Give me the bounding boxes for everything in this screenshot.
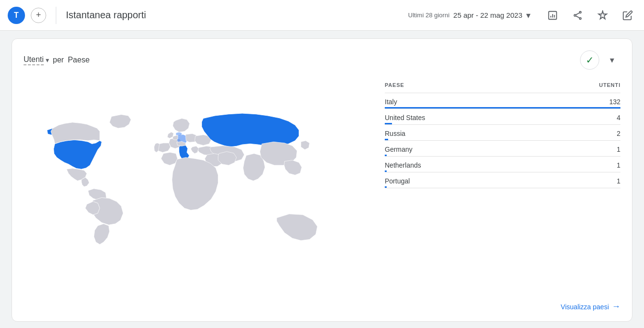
date-range-section: Ultimi 28 giorni 25 apr - 22 mag 2023 ▾	[408, 10, 530, 21]
table-row: Netherlands 1	[385, 157, 620, 172]
country-value: 1	[617, 177, 620, 185]
col-users: UTENTI	[599, 82, 620, 88]
table-row: United States 4	[385, 109, 620, 125]
check-button[interactable]: ✓	[580, 50, 599, 70]
check-icon: ✓	[586, 54, 594, 66]
svg-point-1	[580, 11, 581, 13]
country-value: 2	[617, 130, 620, 137]
country-value: 1	[617, 146, 620, 153]
bar-fill	[385, 186, 387, 188]
country-label: Russia	[385, 130, 617, 137]
main-content: Utenti ▾ per Paese ✓ ▾	[0, 31, 644, 328]
svg-point-2	[574, 14, 576, 16]
date-range: 25 apr - 22 mag 2023	[454, 11, 522, 19]
svg-line-5	[576, 12, 579, 14]
page-title: Istantanea rapporti	[66, 10, 403, 21]
report-card: Utenti ▾ per Paese ✓ ▾	[12, 38, 632, 322]
country-value: 1	[617, 161, 620, 169]
content-area: PAESE UTENTI Italy 132 United States 4	[24, 79, 620, 310]
map-container	[24, 79, 375, 310]
svg-line-4	[576, 16, 579, 18]
map-area	[24, 79, 375, 310]
report-chart-button[interactable]	[544, 7, 561, 24]
card-title-sub: Paese	[68, 56, 89, 64]
bar-container	[385, 107, 620, 109]
svg-point-3	[580, 17, 581, 19]
card-header: Utenti ▾ per Paese ✓ ▾	[24, 50, 620, 70]
country-label: Italy	[385, 98, 609, 106]
col-country: PAESE	[385, 82, 404, 88]
add-tab-button[interactable]: +	[31, 8, 46, 23]
card-title-main: Utenti	[24, 55, 44, 65]
bar-fill	[385, 123, 392, 124]
country-label: Germany	[385, 146, 617, 153]
toolbar: T + Istantanea rapporti Ultimi 28 giorni…	[0, 0, 644, 31]
card-header-right: ✓ ▾	[580, 50, 620, 70]
view-countries-link[interactable]: Visualizza paesi	[561, 303, 609, 311]
sparkle-button[interactable]	[594, 7, 611, 24]
card-title: Utenti ▾ per Paese	[24, 55, 89, 65]
country-value: 4	[617, 114, 620, 121]
country-label: Netherlands	[385, 161, 617, 169]
toolbar-divider	[56, 7, 56, 24]
expand-chevron-button[interactable]: ▾	[603, 51, 620, 69]
toolbar-actions	[544, 7, 636, 24]
avatar: T	[8, 7, 25, 24]
country-label: Portugal	[385, 177, 617, 185]
metric-dropdown-icon[interactable]: ▾	[46, 56, 49, 64]
table-row: Germany 1	[385, 141, 620, 157]
country-label: United States	[385, 114, 617, 121]
bar-fill	[385, 107, 620, 109]
table-row: Russia 2	[385, 125, 620, 141]
share-button[interactable]	[569, 7, 586, 24]
bar-fill	[385, 170, 387, 172]
date-label: Ultimi 28 giorni	[408, 12, 450, 19]
country-value: 132	[609, 98, 620, 106]
arrow-right-icon: →	[612, 302, 620, 312]
table-row: Portugal 1	[385, 172, 620, 188]
world-map	[24, 79, 375, 310]
table-header: PAESE UTENTI	[385, 79, 620, 93]
table-area: PAESE UTENTI Italy 132 United States 4	[375, 79, 620, 310]
edit-button[interactable]	[619, 7, 636, 24]
bar-fill	[385, 139, 388, 140]
card-title-separator: per	[53, 56, 64, 64]
card-footer: Visualizza paesi →	[561, 302, 620, 312]
bar-fill	[385, 155, 387, 156]
table-row: Italy 132	[385, 93, 620, 109]
date-chevron-icon[interactable]: ▾	[526, 10, 530, 21]
